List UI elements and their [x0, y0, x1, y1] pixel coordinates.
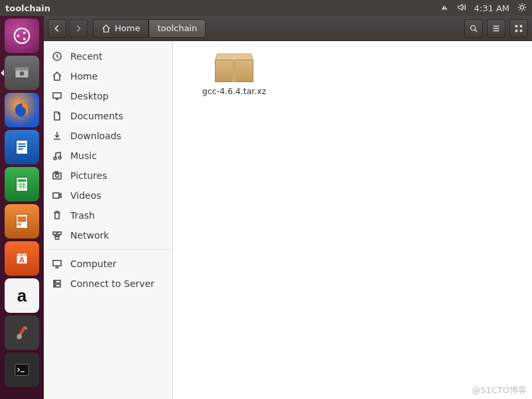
sidebar-item-trash[interactable]: Trash — [44, 205, 172, 225]
sidebar-item-label: Trash — [70, 210, 95, 221]
launcher-terminal[interactable] — [5, 353, 39, 387]
svg-rect-45 — [53, 260, 61, 266]
archive-icon — [215, 52, 253, 82]
toolbar: Home toolchain — [44, 16, 532, 41]
music-icon — [52, 150, 62, 161]
sidebar-item-label: Home — [70, 71, 98, 82]
crumb-current[interactable]: toolchain — [149, 19, 206, 38]
sidebar-separator — [44, 249, 172, 250]
svg-rect-41 — [53, 193, 59, 198]
desktop-icon — [52, 91, 62, 101]
svg-point-25 — [471, 25, 476, 30]
svg-point-2 — [17, 34, 20, 37]
top-menubar: toolchain 4:31 AM — [0, 0, 532, 16]
sidebar-item-label: Videos — [70, 190, 101, 201]
launcher-calc[interactable] — [5, 167, 39, 201]
svg-point-37 — [58, 156, 61, 159]
home-icon — [52, 71, 62, 82]
svg-rect-35 — [53, 93, 61, 98]
sidebar-item-label: Documents — [70, 111, 123, 121]
svg-rect-32 — [515, 29, 518, 32]
svg-rect-6 — [15, 68, 29, 71]
sidebar-item-label: Recent — [70, 51, 102, 62]
svg-rect-43 — [58, 232, 61, 235]
gear-icon[interactable] — [517, 3, 527, 14]
svg-text:A: A — [19, 256, 25, 264]
clock[interactable]: 4:31 AM — [474, 3, 509, 13]
svg-rect-24 — [15, 365, 29, 376]
back-button[interactable] — [48, 19, 66, 38]
network-icon[interactable] — [440, 3, 449, 14]
sidebar-item-label: Connect to Server — [70, 278, 155, 289]
sound-icon[interactable] — [457, 3, 466, 14]
sidebar-item-label: Music — [70, 150, 97, 161]
path-bar: Home toolchain — [93, 19, 206, 38]
svg-rect-40 — [55, 172, 58, 173]
launcher-amazon[interactable]: a — [5, 278, 39, 313]
svg-rect-21 — [17, 223, 21, 225]
launcher-firefox[interactable] — [5, 93, 39, 127]
file-name: gcc-4.6.4.tar.xz — [202, 86, 266, 96]
svg-rect-44 — [56, 237, 59, 239]
grid-view-button[interactable] — [509, 19, 528, 38]
svg-point-23 — [17, 334, 23, 339]
sidebar-item-label: Desktop — [70, 91, 109, 101]
sidebar-item-desktop[interactable]: Desktop — [44, 86, 172, 106]
video-icon — [52, 190, 62, 201]
sidebar-item-downloads[interactable]: Downloads — [44, 126, 172, 146]
sidebar-item-pictures[interactable]: Pictures — [44, 166, 172, 186]
launcher-impress[interactable] — [5, 204, 39, 239]
sidebar-item-network[interactable]: Network — [44, 225, 172, 245]
file-view[interactable]: gcc-4.6.4.tar.xz — [173, 41, 532, 399]
watermark: @51CTO博客 — [472, 384, 527, 396]
sidebar-item-music[interactable]: Music — [44, 146, 172, 166]
sidebar-item-label: Computer — [70, 258, 117, 269]
svg-rect-42 — [53, 232, 56, 235]
svg-rect-33 — [520, 29, 523, 32]
crumb-home[interactable]: Home — [93, 19, 149, 38]
file-item[interactable]: gcc-4.6.4.tar.xz — [194, 52, 274, 388]
places-sidebar: Recent Home Desktop Documents Downloads … — [44, 41, 173, 399]
launcher-dash[interactable] — [5, 19, 39, 53]
server-icon — [52, 278, 62, 289]
svg-rect-31 — [520, 25, 523, 27]
sidebar-item-recent[interactable]: Recent — [44, 46, 172, 66]
clock-icon — [52, 51, 62, 62]
svg-point-1 — [15, 28, 30, 44]
svg-point-48 — [54, 281, 56, 282]
sidebar-item-label: Network — [70, 230, 109, 241]
sidebar-item-connect-server[interactable]: Connect to Server — [44, 274, 172, 294]
launcher-settings[interactable] — [5, 315, 39, 350]
sidebar-item-label: Downloads — [70, 131, 121, 141]
unity-launcher: A a — [0, 16, 44, 399]
amazon-logo-icon: a — [17, 286, 27, 306]
search-button[interactable] — [464, 19, 483, 38]
network-icon — [52, 230, 62, 241]
computer-icon — [52, 258, 62, 269]
document-icon — [52, 111, 62, 121]
sidebar-item-documents[interactable]: Documents — [44, 106, 172, 126]
svg-point-3 — [23, 31, 26, 34]
svg-point-7 — [20, 72, 25, 76]
launcher-writer[interactable] — [5, 130, 39, 164]
sidebar-item-home[interactable]: Home — [44, 66, 172, 86]
nautilus-window: Home toolchain Recent Home Desktop Docum… — [44, 16, 532, 399]
trash-icon — [52, 210, 62, 221]
svg-point-49 — [54, 285, 56, 286]
sidebar-item-computer[interactable]: Computer — [44, 254, 172, 274]
home-icon — [101, 24, 111, 33]
svg-line-26 — [475, 29, 478, 32]
picture-icon — [52, 170, 62, 181]
launcher-files[interactable] — [5, 56, 39, 90]
svg-point-39 — [56, 174, 59, 178]
svg-rect-14 — [17, 180, 26, 182]
indicator-area: 4:31 AM — [440, 3, 527, 14]
launcher-software[interactable]: A — [5, 241, 39, 276]
running-indicator-icon — [1, 70, 4, 76]
crumb-home-label: Home — [115, 23, 140, 33]
list-view-button[interactable] — [487, 19, 505, 38]
svg-point-0 — [520, 5, 523, 9]
sidebar-item-videos[interactable]: Videos — [44, 186, 172, 205]
forward-button[interactable] — [69, 19, 88, 38]
svg-rect-20 — [17, 217, 26, 222]
